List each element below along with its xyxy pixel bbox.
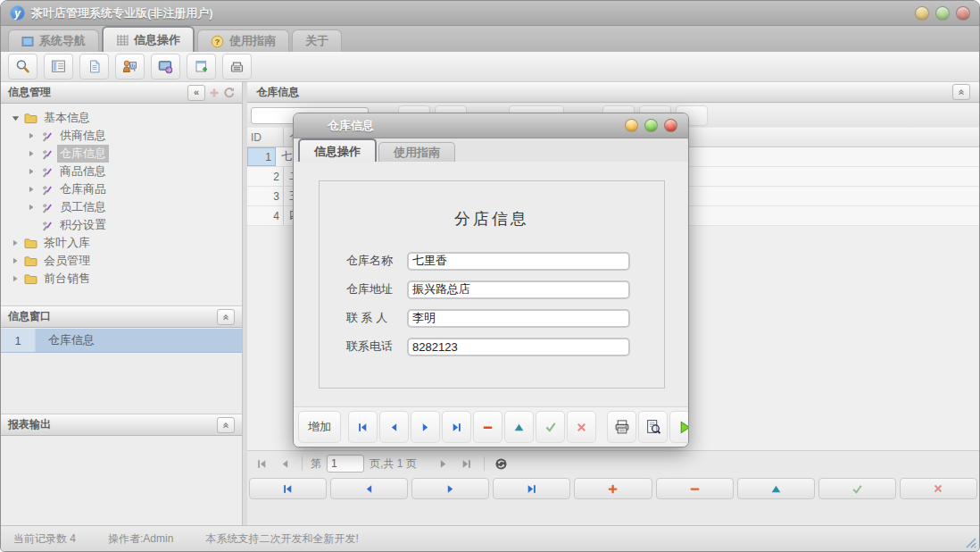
- first-page-button[interactable]: [253, 455, 270, 473]
- collapse-sidebar-button[interactable]: «: [187, 85, 205, 101]
- dialog-preview-button[interactable]: [638, 411, 668, 443]
- tab-user-guide[interactable]: ? 使用指南: [197, 29, 289, 52]
- x-icon: [576, 422, 587, 433]
- archive-box-button[interactable]: [222, 54, 252, 79]
- tree-item-front-sales[interactable]: 前台销售: [1, 270, 242, 288]
- tree-item-warehouse-info[interactable]: 仓库信息: [1, 145, 242, 163]
- dialog-close-button[interactable]: [664, 119, 677, 132]
- expand-arrow-icon[interactable]: [10, 273, 21, 284]
- nav-next-button[interactable]: [411, 478, 489, 499]
- nav-post-button[interactable]: [818, 478, 896, 499]
- tab-label: 关于: [305, 33, 328, 49]
- tab-label: 系统导航: [39, 33, 86, 49]
- dialog-print-button[interactable]: [607, 411, 636, 443]
- collapse-arrow-icon[interactable]: [10, 113, 21, 123]
- tree-item-member-management[interactable]: 会员管理: [1, 252, 242, 270]
- user-chart-icon: [122, 59, 137, 74]
- page-number-input[interactable]: [327, 455, 364, 473]
- dialog-next-button[interactable]: [411, 411, 440, 443]
- check-icon: [544, 421, 557, 433]
- expand-arrow-icon[interactable]: [10, 238, 21, 248]
- minimize-button[interactable]: [915, 6, 929, 21]
- icon-toolbar: [1, 52, 979, 82]
- contact-phone-input[interactable]: [407, 338, 630, 356]
- main-panel-title: 仓库信息: [256, 85, 299, 100]
- expand-arrow-icon[interactable]: [26, 130, 37, 141]
- nav-prev-button[interactable]: [330, 478, 408, 499]
- tree-label: 仓库商品: [57, 180, 109, 198]
- add-record-button[interactable]: 增加: [298, 411, 341, 443]
- warehouse-name-input[interactable]: [407, 252, 630, 271]
- dialog-last-button[interactable]: [442, 411, 471, 443]
- dialog-tab-info-operation[interactable]: 信息操作: [298, 138, 377, 163]
- add-icon[interactable]: [209, 88, 220, 98]
- nav-edit-button[interactable]: [737, 478, 815, 499]
- cell-id: 1: [247, 147, 276, 166]
- refresh-icon[interactable]: [493, 455, 511, 473]
- window-add-button[interactable]: [187, 54, 216, 79]
- operator-label: 操作者:Admin: [108, 531, 173, 547]
- nav-delete-button[interactable]: [656, 478, 734, 499]
- resize-grip[interactable]: [964, 536, 976, 548]
- nav-insert-button[interactable]: [574, 478, 652, 499]
- field-label-contact-phone: 联系电话: [346, 339, 407, 355]
- tab-system-nav[interactable]: 系统导航: [8, 29, 99, 52]
- tab-info-operation[interactable]: 信息操作: [102, 26, 195, 52]
- status-message: 本系统支持二次开发和全新开发!: [205, 531, 358, 547]
- dialog-post-button[interactable]: [536, 411, 565, 443]
- title-bar: y 茶叶店管理系统专业版(非注册用户): [1, 1, 979, 26]
- dialog-execute-button[interactable]: [669, 411, 689, 443]
- screen-globe-button[interactable]: [151, 54, 180, 79]
- report-list-button[interactable]: [44, 54, 73, 79]
- tools-icon: [40, 201, 54, 213]
- tree-item-basic-info[interactable]: 基本信息: [1, 109, 242, 127]
- tree-item-tea-inbound[interactable]: 茶叶入库: [1, 234, 242, 252]
- tree-item-employee-info[interactable]: 员工信息: [1, 198, 242, 216]
- folder-icon: [24, 255, 37, 267]
- collapse-panel-button[interactable]: [217, 417, 235, 433]
- dialog-title-bar[interactable]: 仓库信息: [294, 113, 688, 138]
- tree-item-supplier-info[interactable]: 供商信息: [1, 127, 242, 145]
- tree-item-product-info[interactable]: 商品信息: [1, 163, 242, 180]
- last-page-button[interactable]: [458, 455, 476, 473]
- expand-arrow-icon[interactable]: [26, 166, 37, 177]
- expand-arrow-icon[interactable]: [26, 202, 37, 213]
- folder-icon: [24, 272, 37, 285]
- maximize-button[interactable]: [935, 6, 950, 21]
- dialog-maximize-button[interactable]: [644, 119, 658, 132]
- tree-item-warehouse-product[interactable]: 仓库商品: [1, 180, 242, 198]
- nav-cancel-button[interactable]: [900, 478, 977, 499]
- close-button[interactable]: [956, 6, 970, 21]
- dialog-delete-button[interactable]: [473, 411, 502, 443]
- app-window: y 茶叶店管理系统专业版(非注册用户) 系统导航 信息操作 ? 使用指南 关于: [0, 0, 980, 552]
- collapse-panel-button[interactable]: [217, 309, 235, 325]
- contact-person-input[interactable]: [407, 309, 630, 328]
- dialog-edit-button[interactable]: [504, 411, 534, 443]
- tree-label: 基本信息: [41, 109, 93, 127]
- info-window-row[interactable]: 1 仓库信息: [1, 329, 242, 353]
- search-button[interactable]: [8, 54, 37, 79]
- warehouse-address-input[interactable]: [407, 280, 630, 299]
- main-tab-strip: 系统导航 信息操作 ? 使用指南 关于: [1, 26, 979, 53]
- expand-arrow-icon[interactable]: [26, 184, 37, 195]
- report-list-icon: [51, 59, 66, 74]
- nav-last-button[interactable]: [493, 478, 570, 499]
- dialog-cancel-button[interactable]: [567, 411, 596, 443]
- document-button[interactable]: [79, 54, 109, 79]
- dialog-prev-button[interactable]: [379, 411, 409, 443]
- tab-about[interactable]: 关于: [292, 29, 342, 52]
- collapse-main-panel-button[interactable]: [952, 84, 970, 100]
- column-header-id[interactable]: ID: [247, 128, 284, 146]
- dialog-minimize-button[interactable]: [625, 119, 638, 132]
- dialog-first-button[interactable]: [348, 411, 378, 443]
- prev-page-button[interactable]: [276, 455, 294, 473]
- refresh-icon[interactable]: [223, 87, 235, 98]
- user-chart-button[interactable]: [115, 54, 145, 79]
- next-page-button[interactable]: [435, 455, 453, 473]
- dialog-tab-user-guide[interactable]: 使用指南: [378, 142, 455, 162]
- expand-arrow-icon[interactable]: [26, 148, 37, 159]
- tree-item-points-setting[interactable]: 积分设置: [1, 216, 242, 234]
- expand-arrow-icon[interactable]: [10, 255, 21, 266]
- nav-first-button[interactable]: [249, 478, 327, 499]
- printer-icon: [614, 419, 630, 435]
